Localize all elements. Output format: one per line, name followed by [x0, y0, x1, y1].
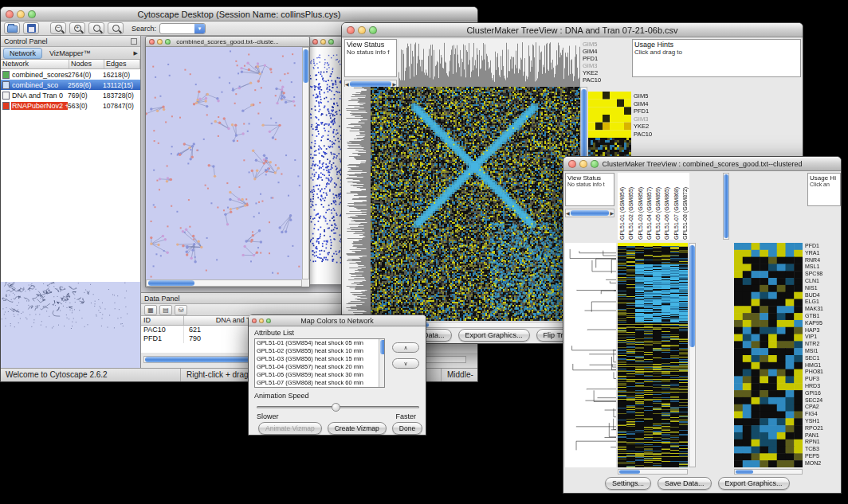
close-button[interactable]: [149, 39, 155, 45]
minimize-button[interactable]: [157, 39, 163, 45]
animate-vizmap-button[interactable]: Animate Vizmap: [258, 422, 322, 435]
search-combobox[interactable]: ▼: [159, 23, 206, 34]
scroll-right-icon[interactable]: ▶: [610, 210, 614, 216]
treeview-window-combined[interactable]: ClusterMaker TreeView : combined_scores_…: [563, 156, 842, 494]
create-vizmap-button[interactable]: Create Vizmap: [328, 422, 387, 435]
scrollbar-thumb[interactable]: [380, 340, 386, 354]
attribute-list-item[interactable]: GPL51-07 (GSM868) heat shock 60 min: [255, 379, 384, 387]
gene-label: MAK31: [805, 306, 840, 313]
zoom-fit-button[interactable]: [88, 22, 104, 34]
global-heatmap-canvas[interactable]: [371, 87, 580, 321]
done-button[interactable]: Done: [392, 422, 422, 435]
export-graphics-button[interactable]: Export Graphics...: [458, 329, 530, 342]
attribute-list[interactable]: GPL51-01 (GSM854) heat shock 05 minGPL51…: [254, 338, 385, 388]
minimize-button[interactable]: [320, 39, 326, 45]
tab-vizmapper[interactable]: VizMapper™: [44, 49, 96, 58]
open-session-button[interactable]: [4, 22, 20, 34]
close-button[interactable]: [568, 160, 576, 168]
zoom-button[interactable]: [328, 39, 334, 45]
column-header-network[interactable]: Network: [1, 60, 69, 68]
zoom-button[interactable]: [591, 160, 599, 168]
minimize-button[interactable]: [579, 160, 587, 168]
attribute-list-item[interactable]: GPL51-01 (GSM854) heat shock 05 min: [255, 339, 384, 347]
zoom-button[interactable]: [165, 39, 171, 45]
settings-button[interactable]: Settings...: [605, 477, 651, 490]
network-overview-canvas[interactable]: [1, 282, 140, 368]
zoom-out-button[interactable]: −: [50, 22, 66, 34]
scroll-right-icon[interactable]: ▶: [392, 81, 396, 87]
network-canvas[interactable]: [146, 47, 302, 280]
close-button[interactable]: [252, 318, 257, 323]
zoom-selected-button[interactable]: [108, 22, 124, 34]
tab-overflow-icon[interactable]: ▶: [134, 50, 138, 57]
network-list-row[interactable]: DNA and Tran 0769(0)183728(0): [1, 90, 140, 100]
column-header-nodes[interactable]: Nodes: [69, 60, 104, 68]
scrollbar-thumb[interactable]: [581, 89, 587, 166]
zoom-button[interactable]: [28, 10, 36, 18]
scrollbar-thumb[interactable]: [724, 174, 728, 238]
delete-attribute-button[interactable]: ⛁: [175, 305, 187, 315]
export-graphics-button[interactable]: Export Graphics...: [718, 477, 790, 490]
network-list-row[interactable]: combined_sco2569(6)13112(15): [1, 80, 140, 90]
slider-thumb[interactable]: [332, 403, 340, 412]
treeview2-titlebar[interactable]: ClusterMaker TreeView : combined_scores_…: [563, 157, 841, 171]
global-heatmap-canvas[interactable]: [618, 243, 688, 467]
animation-speed-slider[interactable]: [257, 402, 419, 412]
vertical-scrollbar[interactable]: [379, 339, 385, 387]
minimize-button[interactable]: [259, 318, 264, 323]
minimize-button[interactable]: [17, 10, 25, 18]
cytoscape-titlebar[interactable]: Cytoscape Desktop (Session Name: collins…: [1, 7, 477, 21]
scrollbar-thumb[interactable]: [303, 49, 308, 83]
network-list-row[interactable]: combined_scores2764(0)16218(0): [1, 69, 140, 80]
horizontal-scrollbar[interactable]: ◀ ▶: [565, 209, 614, 217]
vertical-scrollbar[interactable]: [689, 243, 696, 467]
move-up-button[interactable]: ∧: [392, 342, 419, 353]
close-button[interactable]: [6, 10, 14, 18]
scroll-left-icon[interactable]: ◀: [566, 210, 570, 216]
move-down-button[interactable]: ∨: [392, 358, 419, 369]
scrollbar-thumb[interactable]: [619, 470, 640, 474]
save-data-button[interactable]: Save Data...: [658, 477, 712, 490]
treeview1-titlebar[interactable]: ClusterMaker TreeView : DNA and Tran 07-…: [342, 23, 803, 37]
zoom-in-button[interactable]: +: [69, 22, 85, 34]
column-header-id[interactable]: ID: [141, 316, 184, 325]
scrollbar-thumb[interactable]: [571, 210, 610, 216]
scrollbar-thumb[interactable]: [148, 280, 194, 286]
zoom-heatmap-canvas[interactable]: [734, 243, 803, 467]
attribute-list-item[interactable]: GPL51-04 (GSM857) heat shock 20 min: [255, 363, 384, 371]
close-button[interactable]: [347, 26, 355, 34]
attribute-list-item[interactable]: GPL51-03 (GSM856) heat shock 15 min: [255, 355, 384, 363]
dialog-titlebar[interactable]: Map Colors to Network: [249, 315, 426, 326]
zoom-button[interactable]: [266, 318, 271, 323]
scrollbar-thumb[interactable]: [689, 245, 695, 347]
attribute-list-item[interactable]: GPL51-05 (GSM859) heat shock 30 min: [255, 371, 384, 379]
vertical-scrollbar[interactable]: [302, 47, 309, 279]
select-attributes-button[interactable]: ▦: [144, 305, 157, 315]
attribute-list-item[interactable]: GPL51-02 (GSM855) heat shock 10 min: [255, 347, 384, 355]
zoom-button[interactable]: [369, 26, 377, 34]
scroll-left-icon[interactable]: ◀: [345, 81, 349, 87]
scrollbar-thumb[interactable]: [736, 470, 753, 474]
column-header-edges[interactable]: Edges: [104, 60, 140, 68]
minimize-button[interactable]: [358, 26, 366, 34]
map-colors-dialog[interactable]: Map Colors to Network Attribute List GPL…: [248, 315, 426, 436]
horizontal-scrollbar[interactable]: [146, 279, 302, 287]
zoom-heatmap-canvas[interactable]: [588, 92, 631, 138]
network-list-row[interactable]: RNAPuberNov2 +563(0)107847(0): [1, 100, 140, 111]
column-label: GPL51-06 (GSM865): [662, 173, 671, 240]
data-panel-title: Data Panel: [144, 295, 180, 303]
horizontal-scrollbar[interactable]: [618, 469, 688, 475]
float-panel-icon[interactable]: [131, 38, 137, 45]
save-session-button[interactable]: [23, 22, 39, 34]
horizontal-scrollbar[interactable]: [734, 469, 803, 475]
network-view-window[interactable]: combined_scores_good.txt--cluste...: [145, 36, 310, 287]
row-dendrogram-canvas[interactable]: [344, 87, 371, 321]
tab-network[interactable]: Network: [3, 48, 42, 59]
network-view-titlebar[interactable]: combined_scores_good.txt--cluste...: [146, 37, 309, 47]
close-button[interactable]: [312, 39, 318, 45]
column-dendrogram-canvas[interactable]: [398, 39, 580, 87]
row-dendrogram-canvas[interactable]: [565, 243, 616, 467]
scrollbar-thumb[interactable]: [350, 81, 392, 87]
vertical-scrollbar[interactable]: [723, 173, 729, 240]
create-attribute-button[interactable]: ▤: [159, 305, 172, 315]
